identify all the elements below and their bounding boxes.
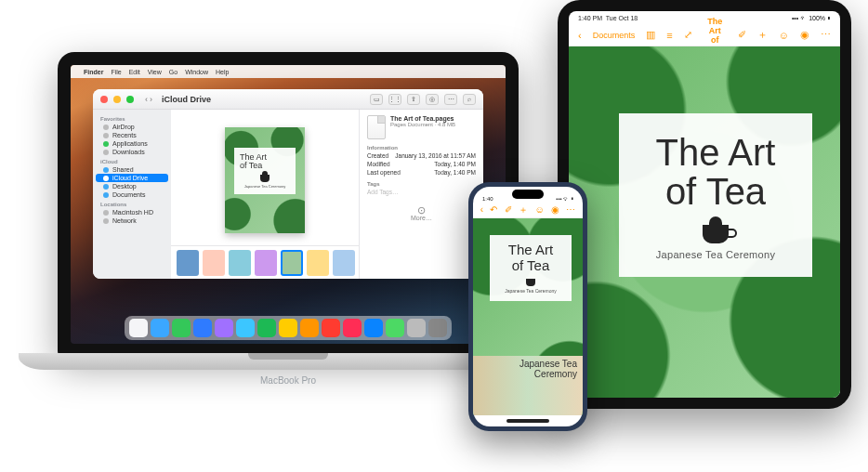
menubar-item-view[interactable]: View xyxy=(148,69,162,75)
iphone-pages-toolbar: ‹ ↶ ✐ ＋ ☺ ◉ ⋯ xyxy=(473,202,583,218)
dock-app[interactable] xyxy=(236,319,255,337)
mac-dock[interactable] xyxy=(125,316,452,340)
thumbnail-item-selected[interactable] xyxy=(281,250,303,276)
nav-back-icon[interactable]: ‹ xyxy=(145,95,148,104)
finder-titlebar: ‹ › iCloud Drive ▭ ⋮⋮ ⇪ ◎ ⋯ ⌕ xyxy=(93,89,483,110)
thumbnail-item[interactable] xyxy=(255,250,277,276)
sidebar-item-network[interactable]: Network xyxy=(96,216,168,225)
back-button[interactable]: Documents xyxy=(593,31,636,40)
back-icon[interactable]: ‹ xyxy=(578,30,582,41)
dock-app[interactable] xyxy=(386,319,404,337)
macbook-label: MacBook Pro xyxy=(58,375,519,386)
thumbnail-item[interactable] xyxy=(177,250,199,276)
format-panel-icon[interactable]: ◉ xyxy=(800,29,809,41)
document-section-2: Japanese TeaCeremony xyxy=(473,356,583,415)
tag-icon[interactable]: ◎ xyxy=(426,94,439,105)
dock-app[interactable] xyxy=(172,319,191,337)
mac-menubar: Finder File Edit View Go Window Help xyxy=(71,65,506,78)
menubar-app-name[interactable]: Finder xyxy=(84,69,103,75)
thumbnail-item[interactable] xyxy=(229,250,251,276)
iphone-document-canvas[interactable]: The Artof Tea Japanese Tea Ceremony Japa… xyxy=(473,218,583,415)
sidebar-item-applications[interactable]: Applications xyxy=(96,139,168,148)
dock-app[interactable] xyxy=(407,319,426,337)
dock-app[interactable] xyxy=(193,319,212,337)
status-date: Tue Oct 18 xyxy=(606,15,638,21)
document-preview[interactable]: The Artof Tea Japanese Tea Ceremony xyxy=(225,127,305,233)
format-brush-icon[interactable]: ✐ xyxy=(505,204,512,215)
menubar-item-edit[interactable]: Edit xyxy=(129,69,140,75)
document-icon xyxy=(367,115,386,139)
insert-icon[interactable]: ＋ xyxy=(757,28,768,42)
dock-app[interactable] xyxy=(279,319,297,337)
window-close-button[interactable] xyxy=(100,96,108,103)
action-icon[interactable]: ⋯ xyxy=(444,94,457,105)
home-indicator[interactable] xyxy=(506,419,549,423)
menubar-item-go[interactable]: Go xyxy=(169,69,178,75)
collaborate-icon[interactable]: ☺ xyxy=(534,204,544,215)
dock-app[interactable] xyxy=(322,319,340,337)
view-options-icon[interactable]: ≡ xyxy=(666,30,672,41)
teapot-icon xyxy=(703,225,729,243)
ipad-screen: 1:40 PM Tue Oct 18 ••• ᯤ 100% ▮ ‹ Docume… xyxy=(569,11,840,398)
insert-icon[interactable]: ＋ xyxy=(519,203,528,216)
sidebar-item-shared[interactable]: Shared xyxy=(96,165,168,174)
sidebar-item-documents[interactable]: Documents xyxy=(96,190,168,199)
thumbnail-item[interactable] xyxy=(333,250,355,276)
doc-subtitle[interactable]: Japanese Tea Ceremony xyxy=(639,249,792,260)
collaborate-icon[interactable]: ☺ xyxy=(779,30,789,41)
sidebar-item-desktop[interactable]: Desktop xyxy=(96,182,168,190)
macbook: Finder File Edit View Go Window Help ‹ › xyxy=(58,52,519,386)
dock-app[interactable] xyxy=(364,319,383,337)
sidebar-item-icloud-drive[interactable]: iCloud Drive xyxy=(96,174,168,182)
section-caption[interactable]: Japanese TeaCeremony xyxy=(519,360,577,379)
sidebar-item-downloads[interactable]: Downloads xyxy=(96,148,168,156)
undo-icon[interactable]: ↶ xyxy=(490,204,497,215)
format-brush-icon[interactable]: ✐ xyxy=(738,29,746,41)
doc-heading[interactable]: The Artof Tea xyxy=(639,134,792,212)
thumbnail-item[interactable] xyxy=(203,250,225,276)
sidebar-item-macintosh-hd[interactable]: Macintosh HD xyxy=(96,208,168,216)
dock-app[interactable] xyxy=(428,319,447,337)
group-icon[interactable]: ⋮⋮ xyxy=(388,94,401,105)
menubar-item-help[interactable]: Help xyxy=(216,69,229,75)
menubar-item-window[interactable]: Window xyxy=(185,69,208,75)
format-panel-icon[interactable]: ◉ xyxy=(551,204,559,215)
sidebar-item-airdrop[interactable]: AirDrop xyxy=(96,123,168,131)
more-icon[interactable]: ⋯ xyxy=(566,204,575,215)
gallery-thumbnail-strip[interactable] xyxy=(171,245,359,279)
mac-desktop: Finder File Edit View Go Window Help ‹ › xyxy=(71,65,506,344)
dock-app[interactable] xyxy=(257,319,276,337)
info-label-opened: Last opened xyxy=(367,169,401,176)
teapot-icon xyxy=(260,175,270,182)
back-icon[interactable]: ‹ xyxy=(480,204,483,215)
window-zoom-button[interactable] xyxy=(126,96,134,103)
doc-subtitle[interactable]: Japanese Tea Ceremony xyxy=(497,288,564,294)
sidebar-icon[interactable]: ▥ xyxy=(646,29,655,41)
thumbnail-item[interactable] xyxy=(307,250,329,276)
sidebar-item-recents[interactable]: Recents xyxy=(96,131,168,139)
zoom-icon[interactable]: ⤢ xyxy=(684,29,692,41)
ipad-document-canvas[interactable]: The Artof Tea Japanese Tea Ceremony xyxy=(569,46,840,398)
window-minimize-button[interactable] xyxy=(113,96,121,103)
view-switcher-icon[interactable]: ▭ xyxy=(370,94,383,105)
doc-heading[interactable]: The Artof Tea xyxy=(497,243,564,274)
more-icon[interactable]: ⋯ xyxy=(821,29,831,41)
nav-forward-icon[interactable]: › xyxy=(150,95,152,104)
dock-app[interactable] xyxy=(300,319,319,337)
info-tags-field[interactable]: Add Tags… xyxy=(367,189,476,195)
info-kind: Pages Document xyxy=(390,122,433,127)
dock-app[interactable] xyxy=(151,319,169,337)
sidebar-heading-favorites: Favorites xyxy=(93,113,171,123)
search-icon[interactable]: ⌕ xyxy=(463,94,476,105)
dock-app[interactable] xyxy=(215,319,233,337)
info-more-button[interactable]: ⊙More… xyxy=(367,208,476,221)
info-size: 4.8 MB xyxy=(438,122,455,127)
menubar-item-file[interactable]: File xyxy=(111,69,121,75)
dock-app[interactable] xyxy=(343,319,362,337)
info-label-created: Created xyxy=(367,152,388,159)
finder-gallery-view: The Artof Tea Japanese Tea Ceremony xyxy=(171,110,359,279)
finder-window: ‹ › iCloud Drive ▭ ⋮⋮ ⇪ ◎ ⋯ ⌕ Favorites … xyxy=(93,89,483,279)
iphone: 1:40 ••• ᯤ ▮ ‹ ↶ ✐ ＋ ☺ ◉ ⋯ The Artof Tea… xyxy=(468,182,587,431)
share-icon[interactable]: ⇪ xyxy=(407,94,420,105)
dock-app-finder[interactable] xyxy=(129,319,148,337)
